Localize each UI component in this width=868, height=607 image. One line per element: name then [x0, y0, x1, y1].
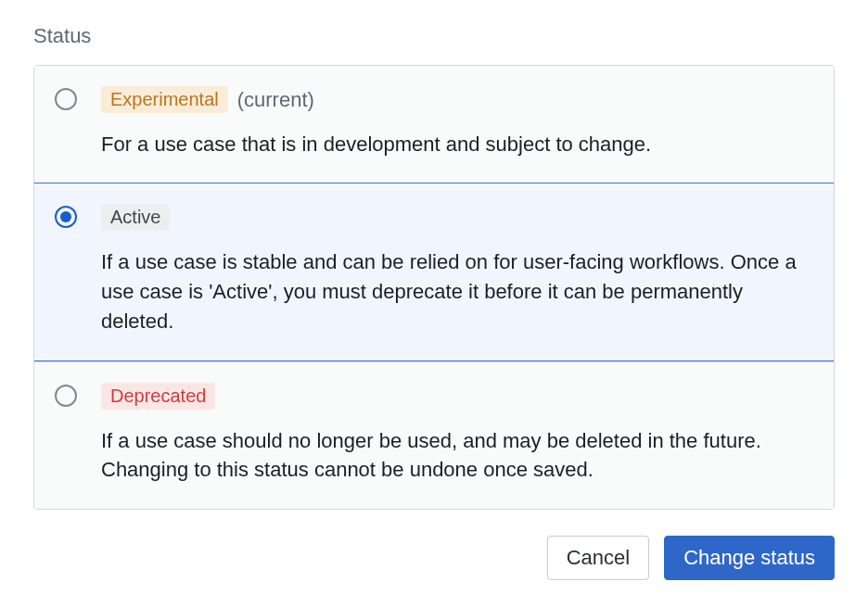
badge-line: Active: [101, 204, 813, 231]
change-status-button[interactable]: Change status: [664, 536, 835, 580]
button-row: Cancel Change status: [33, 536, 835, 580]
active-badge: Active: [101, 204, 170, 231]
status-option-deprecated[interactable]: Deprecated If a use case should no longe…: [34, 361, 834, 510]
current-label: (current): [237, 88, 314, 112]
radio-icon: [55, 385, 77, 407]
badge-line: Experimental (current): [101, 86, 813, 113]
status-section: Status Experimental (current) For a use …: [33, 24, 835, 580]
badge-line: Deprecated: [101, 383, 813, 410]
option-description: If a use case should no longer be used, …: [101, 426, 813, 486]
option-description: If a use case is stable and can be relie…: [101, 247, 813, 336]
section-title: Status: [33, 24, 835, 48]
radio-icon: [55, 88, 77, 110]
option-body: Deprecated If a use case should no longe…: [101, 383, 813, 486]
status-option-active[interactable]: Active If a use case is stable and can b…: [34, 183, 834, 361]
deprecated-badge: Deprecated: [101, 383, 215, 410]
radio-icon: [55, 206, 77, 228]
option-description: For a use case that is in development an…: [101, 130, 813, 159]
option-body: Experimental (current) For a use case th…: [101, 86, 813, 159]
status-option-experimental[interactable]: Experimental (current) For a use case th…: [34, 66, 834, 183]
cancel-button[interactable]: Cancel: [547, 536, 649, 580]
experimental-badge: Experimental: [101, 86, 228, 113]
status-options: Experimental (current) For a use case th…: [33, 65, 835, 510]
option-body: Active If a use case is stable and can b…: [101, 204, 813, 336]
